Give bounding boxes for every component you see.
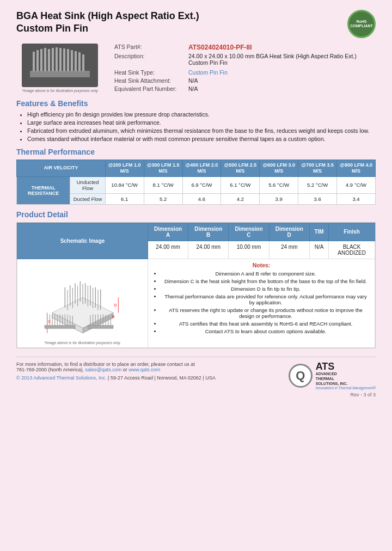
footer-phone: 781-769-2000 (North America), [16, 367, 84, 372]
svg-rect-4 [40, 49, 42, 71]
col-400lfm: @400 LFM 2.0 M/S [182, 160, 221, 177]
product-detail-section: Schematic Image Dimension A Dimension B … [16, 222, 376, 348]
hs-attach-value: N/A [188, 77, 198, 84]
rohs-badge: RoHS COMPLIANT [347, 10, 376, 38]
features-list: High efficiency pin fin design provides … [16, 111, 376, 142]
logo-q: Q [289, 364, 313, 388]
unducted-v6: 5.2 °C/W [298, 176, 337, 193]
product-detail-title: Product Detail [16, 210, 376, 219]
schematic-caption: *Image above is for illustration purpose… [22, 341, 143, 345]
svg-text:D: D [114, 303, 117, 307]
footer-left: For more information, to find a distribu… [16, 362, 216, 381]
ducted-v1: 6.1 [105, 193, 144, 204]
title-line2: Custom Pin Fin [16, 23, 88, 34]
footer-right: Q ATS ADVANCED THERMAL SOLUTIONS, INC. I… [289, 362, 376, 398]
tim-header: TIM [309, 223, 328, 241]
col-500lfm: @500 LFM 2.5 M/S [221, 160, 260, 177]
col-300lfm: @300 LFM 1.5 M/S [144, 160, 182, 177]
svg-rect-5 [44, 48, 46, 71]
svg-text:B: B [112, 314, 114, 318]
heatsink-type-row: Heat Sink Type: Custom Pin Fin [114, 69, 376, 76]
product-details: ATS Part#: ATS024024010-PF-8I Descriptio… [114, 44, 376, 94]
svg-rect-41 [45, 325, 75, 328]
feature-item: High efficiency pin fin design provides … [27, 111, 376, 118]
col-800lfm: @800 LFM 4.0 M/S [337, 160, 376, 177]
svg-rect-6 [48, 49, 50, 71]
dim-d-header: Dimension D [269, 223, 309, 241]
footer-copyright: © 2013 Advanced Thermal Solutions, Inc. … [16, 375, 216, 381]
finish-val: BLACK ANODIZED [329, 241, 375, 259]
unducted-v5: 5.6 °C/W [260, 176, 298, 193]
logo-ats: ATS [316, 362, 376, 371]
notes-title: Notes: [152, 262, 370, 268]
note-item: Contact ATS to learn about custom option… [161, 328, 370, 334]
svg-rect-8 [56, 47, 58, 71]
ducted-label: Ducted Flow [70, 193, 105, 204]
svg-rect-10 [63, 48, 65, 71]
unducted-label: Unducted Flow [70, 176, 105, 193]
header: BGA Heat Sink (High Aspect Ratio Ext.) C… [16, 10, 376, 38]
hs-type-value: Custom Pin Fin [188, 69, 228, 76]
desc-value: 24.00 x 24.00 x 10.00 mm BGA Heat Sink (… [188, 53, 376, 66]
ducted-v3: 4.6 [182, 193, 221, 204]
note-item: Dimension A and B refer to component siz… [161, 271, 370, 277]
logo-text: ATS ADVANCED THERMAL SOLUTIONS, INC. Inn… [316, 362, 376, 391]
finish-header: Finish [329, 223, 375, 241]
footer-contact: For more information, to find a distribu… [16, 362, 216, 372]
footer-website[interactable]: www.qats.com [128, 367, 160, 372]
description-row: Description: 24.00 x 24.00 x 10.00 mm BG… [114, 53, 376, 66]
image-caption: *Image above is for illustration purpose… [22, 89, 97, 93]
equiv-part-row: Equivalent Part Number: N/A [114, 85, 376, 92]
svg-rect-12 [71, 50, 73, 71]
svg-rect-1 [30, 71, 90, 77]
svg-rect-9 [59, 48, 62, 71]
thermal-resistance-label: THERMAL RESISTANCE [17, 176, 70, 204]
svg-rect-2 [33, 52, 35, 71]
footer-email[interactable]: sales@qats.com [85, 367, 122, 372]
tim-val: N/A [309, 241, 328, 259]
footer: For more information, to find a distribu… [16, 357, 376, 398]
note-item: Thermal performance data are provided fo… [161, 293, 370, 305]
svg-rect-3 [36, 50, 39, 71]
svg-rect-13 [75, 51, 77, 71]
dim-a-val: 24.00 mm [148, 241, 188, 259]
ducted-v4: 4.2 [221, 193, 260, 204]
hs-attach-label: Heat Sink Attachment: [114, 77, 185, 84]
dim-c-val: 10.00 mm [229, 241, 269, 259]
part-value: ATS024024010-PF-8I [188, 44, 252, 51]
ducted-v5: 3.9 [260, 193, 298, 204]
logo-sub: Innovations in Thermal Management® [316, 386, 376, 390]
feature-item: Comes standard without interface materia… [27, 136, 376, 142]
unducted-v3: 6.9 °C/W [182, 176, 221, 193]
thermal-table: AIR VELOCITY @200 LFM 1.0 M/S @300 LFM 1… [16, 160, 376, 205]
page-number: Rev - 3 of 3 [350, 392, 376, 397]
product-info: *Image above is for illustration purpose… [16, 44, 376, 94]
product-image-box: *Image above is for illustration purpose… [16, 44, 103, 94]
col-600lfm: @600 LFM 3.0 M/S [260, 160, 298, 177]
unducted-v4: 6.1 °C/W [221, 176, 260, 193]
product-image [22, 44, 98, 87]
hs-type-label: Heat Sink Type: [114, 69, 185, 76]
svg-rect-11 [67, 49, 69, 71]
feature-item: Large surface area increases heat sink p… [27, 119, 376, 126]
svg-rect-53 [88, 325, 113, 328]
part-number-row: ATS Part#: ATS024024010-PF-8I [114, 44, 376, 51]
svg-rect-15 [82, 54, 84, 71]
part-label: ATS Part#: [114, 44, 185, 51]
desc-label: Description: [114, 53, 185, 66]
dim-b-val: 24.00 mm [188, 241, 229, 259]
air-velocity-header: AIR VELOCITY [17, 160, 106, 177]
ducted-v2: 5.2 [144, 193, 182, 204]
feature-item: Fabricated from extruded aluminum, which… [27, 127, 376, 134]
svg-rect-7 [52, 48, 54, 71]
logo-tagline: ADVANCED THERMAL SOLUTIONS, INC. [316, 371, 376, 386]
note-item: ATS certifies that this heat sink assemb… [161, 321, 370, 327]
equiv-label: Equivalent Part Number: [114, 85, 185, 92]
unducted-v2: 8.1 °C/W [144, 176, 182, 193]
dim-b-header: Dimension B [188, 223, 229, 241]
ats-logo: Q ATS ADVANCED THERMAL SOLUTIONS, INC. I… [289, 362, 376, 391]
features-title: Features & Benefits [16, 99, 376, 108]
dim-d-val: 24 mm [269, 241, 309, 259]
note-item: Dimension C is the heat sink height from… [161, 278, 370, 284]
unducted-v7: 4.9 °C/W [337, 176, 376, 193]
